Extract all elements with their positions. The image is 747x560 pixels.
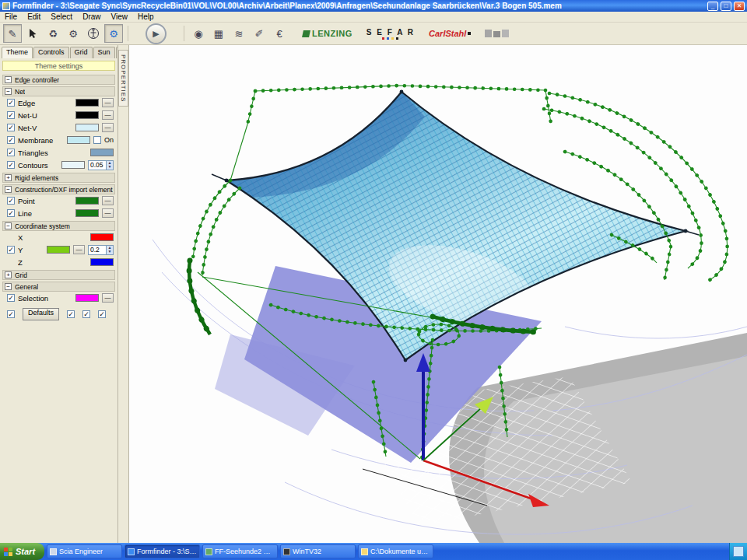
rotate-view-button[interactable]: ♻ bbox=[44, 24, 62, 43]
tray-icon[interactable] bbox=[733, 546, 744, 557]
section-general[interactable]: − General bbox=[2, 282, 115, 292]
viewport-3d[interactable] bbox=[129, 45, 747, 543]
net-row-edge: ✓ Edge — bbox=[2, 96, 116, 109]
taskbar-button-formfinder[interactable]: Formfinder - 3:\Seaga... bbox=[124, 544, 200, 558]
toolbar-separator bbox=[184, 26, 184, 41]
selection-visibility-checkbox[interactable]: ✓ bbox=[7, 294, 15, 302]
defaults-button[interactable]: Defaults bbox=[23, 308, 59, 320]
cost-calculation-button[interactable]: € bbox=[270, 24, 289, 43]
row-label: X bbox=[18, 233, 87, 242]
net-v-linestyle-button[interactable]: — bbox=[102, 123, 114, 132]
spinner-arrows[interactable]: ▲▼ bbox=[106, 161, 113, 170]
collapse-toggle[interactable]: − bbox=[5, 283, 12, 290]
net-u-visibility-checkbox[interactable]: ✓ bbox=[7, 111, 15, 119]
render-view-button[interactable]: ◉ bbox=[189, 24, 208, 43]
selection-color-swatch[interactable] bbox=[75, 294, 99, 302]
z-axis-color-swatch[interactable] bbox=[90, 258, 114, 266]
line-linestyle-button[interactable]: — bbox=[102, 208, 114, 218]
y-axis-color-swatch[interactable] bbox=[47, 246, 70, 254]
triangles-visibility-checkbox[interactable]: ✓ bbox=[7, 149, 15, 156]
edge-linestyle-button[interactable]: — bbox=[102, 98, 114, 107]
selection-linestyle-button[interactable]: — bbox=[102, 293, 114, 303]
taskbar-button-scia[interactable]: Scia Engineer bbox=[47, 544, 122, 558]
expand-toggle[interactable]: + bbox=[5, 174, 12, 181]
taskbar-button-screenshot[interactable]: FF-Seehunde2 Screensh... bbox=[202, 544, 278, 558]
membrane-color-swatch[interactable] bbox=[67, 136, 90, 144]
contours-value-spinner[interactable]: 0.05 ▲▼ bbox=[88, 160, 114, 170]
titlebar[interactable]: Formfinder - 3:\Seagate Sync\SyncRecycle… bbox=[0, 0, 747, 12]
recycle-icon: ♻ bbox=[48, 28, 58, 40]
option-checkbox-1[interactable]: ✓ bbox=[7, 310, 15, 318]
menu-draw[interactable]: Draw bbox=[82, 12, 100, 21]
toolbar: ✎ ♻ ⚙ ⚙ ▶ ◉ ▦ ≋ ✐ € LENZING S E F A R Ca… bbox=[0, 23, 747, 45]
section-rigid-elements[interactable]: + Rigid elements bbox=[2, 173, 115, 183]
section-coordinate-system[interactable]: − Coordinate system bbox=[2, 221, 115, 231]
edge-color-swatch[interactable] bbox=[75, 99, 99, 107]
point-visibility-checkbox[interactable]: ✓ bbox=[7, 197, 15, 205]
formfinding-button[interactable]: ⚙ bbox=[64, 24, 82, 43]
collapse-toggle[interactable]: − bbox=[5, 186, 12, 193]
tab-grid[interactable]: Grid bbox=[70, 47, 93, 58]
properties-tab[interactable]: PROPERTIES bbox=[118, 50, 128, 107]
row-label: Contours bbox=[18, 161, 58, 170]
row-label: Membrane bbox=[18, 136, 64, 145]
x-axis-color-swatch[interactable] bbox=[90, 233, 114, 241]
tab-controls[interactable]: Controls bbox=[33, 47, 69, 58]
y-axis-value-spinner[interactable]: 0.2 ▲▼ bbox=[88, 245, 114, 255]
general-row-selection: ✓ Selection — bbox=[2, 292, 116, 304]
net-v-visibility-checkbox[interactable]: ✓ bbox=[7, 124, 15, 131]
point-color-swatch[interactable] bbox=[75, 197, 99, 205]
membrane-tools-button[interactable]: ≋ bbox=[230, 24, 248, 43]
select-tool-button[interactable] bbox=[23, 24, 42, 43]
menu-help[interactable]: Help bbox=[138, 12, 154, 21]
membrane-visibility-checkbox[interactable]: ✓ bbox=[7, 136, 15, 144]
menu-view[interactable]: View bbox=[111, 12, 128, 21]
settings-button[interactable]: ⚙ bbox=[104, 24, 123, 43]
section-edge-controller[interactable]: − Edge controller bbox=[2, 75, 115, 85]
close-button[interactable]: ✕ bbox=[734, 2, 745, 11]
collapse-toggle[interactable]: − bbox=[5, 222, 12, 229]
net-u-linestyle-button[interactable]: — bbox=[102, 110, 114, 120]
section-grid[interactable]: + Grid bbox=[2, 270, 115, 280]
section-net[interactable]: − Net bbox=[2, 86, 115, 96]
menu-file[interactable]: File bbox=[5, 12, 17, 21]
membrane-on-checkbox[interactable] bbox=[93, 136, 101, 144]
net-u-color-swatch[interactable] bbox=[75, 111, 99, 119]
taskbar: Start Scia Engineer Formfinder - 3:\Seag… bbox=[0, 543, 747, 560]
annotation-button[interactable]: ✐ bbox=[250, 24, 268, 43]
contours-visibility-checkbox[interactable]: ✓ bbox=[7, 161, 15, 169]
taskbar-button-wintv[interactable]: WinTV32 bbox=[280, 544, 356, 558]
point-linestyle-button[interactable]: — bbox=[102, 196, 114, 205]
y-axis-checkbox[interactable]: ✓ bbox=[7, 246, 15, 254]
maximize-button[interactable]: □ bbox=[721, 2, 731, 11]
net-v-color-swatch[interactable] bbox=[75, 124, 99, 131]
start-formfinding-button[interactable]: ▶ bbox=[146, 23, 167, 44]
option-checkbox-3[interactable]: ✓ bbox=[82, 310, 90, 318]
triangles-color-swatch[interactable] bbox=[90, 149, 114, 156]
collapse-toggle[interactable]: − bbox=[5, 88, 12, 95]
y-axis-linestyle-button[interactable]: — bbox=[73, 245, 85, 254]
menu-select[interactable]: Select bbox=[51, 12, 72, 21]
viewport-canvas[interactable] bbox=[129, 45, 747, 543]
start-button[interactable]: Start bbox=[0, 543, 44, 560]
collapse-toggle[interactable]: − bbox=[5, 76, 12, 83]
scia-icon bbox=[50, 548, 57, 555]
expand-toggle[interactable]: + bbox=[5, 271, 12, 278]
properties-strip: PROPERTIES bbox=[118, 45, 129, 543]
contours-color-swatch[interactable] bbox=[61, 161, 85, 169]
option-checkbox-4[interactable]: ✓ bbox=[98, 310, 106, 318]
scale-figure-button[interactable] bbox=[84, 24, 103, 43]
section-construction[interactable]: − Construction/DXF import elements bbox=[2, 184, 115, 194]
taskbar-button-explorer[interactable]: C:\Dokumente und Einst... bbox=[358, 544, 433, 558]
panel-layout-button[interactable]: ▦ bbox=[209, 24, 228, 43]
draw-tool-button[interactable]: ✎ bbox=[3, 24, 22, 43]
line-color-swatch[interactable] bbox=[75, 209, 99, 217]
minimize-button[interactable]: _ bbox=[707, 2, 718, 11]
edge-visibility-checkbox[interactable]: ✓ bbox=[7, 99, 15, 107]
option-checkbox-2[interactable]: ✓ bbox=[67, 310, 75, 318]
spinner-arrows[interactable]: ▲▼ bbox=[106, 246, 113, 254]
line-visibility-checkbox[interactable]: ✓ bbox=[7, 209, 15, 217]
menu-edit[interactable]: Edit bbox=[27, 12, 40, 21]
tab-theme[interactable]: Theme bbox=[2, 47, 33, 58]
tab-sun[interactable]: Sun bbox=[93, 47, 115, 58]
